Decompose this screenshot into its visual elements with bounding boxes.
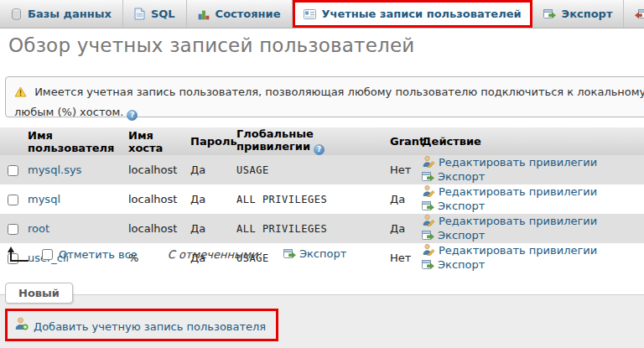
- edit-privileges-icon: [422, 246, 435, 258]
- grant-cell: Нет: [390, 243, 422, 273]
- tab-sql[interactable]: SQL: [123, 0, 187, 28]
- warning-box: Имеется учетная запись пользователя, поз…: [5, 76, 644, 117]
- sql-icon: [134, 8, 145, 20]
- privileges-cell: USAGE: [236, 155, 390, 184]
- header-global-privileges-label: Глобальные привилегии: [236, 127, 314, 153]
- password-cell: Да: [190, 214, 236, 243]
- export-row-link[interactable]: Экспорт: [422, 258, 485, 271]
- privileges-cell: ALL PRIVILEGES: [236, 184, 390, 214]
- edit-privileges-label: Редактировать привилегии: [439, 156, 597, 169]
- export-row-label: Экспорт: [438, 229, 485, 242]
- header-action: Действие: [422, 127, 644, 155]
- header-checkbox-spacer: [0, 127, 28, 155]
- export-icon: [422, 201, 434, 214]
- page-title: Обзор учетных записей пользователей: [8, 34, 414, 56]
- username-link[interactable]: mysql: [28, 193, 60, 205]
- privileges-cell: ALL PRIVILEGES: [236, 214, 390, 243]
- header-hostname: Имя хоста: [128, 127, 190, 155]
- export-row-link[interactable]: Экспорт: [422, 200, 485, 212]
- table-row: mysql.sys localhost Да USAGE Нет Редакти…: [0, 155, 644, 184]
- edit-privileges-link[interactable]: Редактировать привилегии: [422, 215, 597, 227]
- tab-import[interactable]: Импорт: [624, 0, 644, 28]
- hostname-cell: localhost: [128, 155, 190, 184]
- tab-databases[interactable]: Базы данных: [0, 0, 123, 28]
- check-all-checkbox[interactable]: [42, 249, 53, 260]
- tab-status[interactable]: Состояние: [187, 0, 293, 28]
- export-icon: [283, 249, 296, 262]
- export-row-label: Экспорт: [438, 200, 485, 212]
- row-checkbox[interactable]: [8, 224, 18, 235]
- table-row: root localhost Да ALL PRIVILEGES Да Реда…: [0, 214, 644, 243]
- header-global-privileges: Глобальные привилегии?: [236, 127, 390, 155]
- edit-privileges-link[interactable]: Редактировать привилегии: [422, 185, 597, 198]
- export-icon: [422, 260, 434, 273]
- hostname-cell: localhost: [128, 184, 190, 214]
- hostname-cell: localhost: [128, 214, 190, 243]
- check-all-arrow-icon: [7, 247, 30, 262]
- user-accounts-icon: [304, 9, 316, 19]
- export-icon: [543, 8, 556, 19]
- username-link[interactable]: root: [28, 222, 49, 235]
- table-header-row: Имя пользователя Имя хоста Пароль Глобал…: [0, 127, 644, 155]
- top-tabbar: Базы данных SQL Состояние Учетные записи…: [0, 0, 644, 29]
- edit-privileges-icon: [422, 187, 435, 200]
- export-selected-link[interactable]: Экспорт: [283, 247, 346, 262]
- edit-privileges-link[interactable]: Редактировать привилегии: [422, 244, 597, 257]
- edit-privileges-label: Редактировать привилегии: [439, 185, 597, 198]
- export-icon: [422, 231, 434, 243]
- grant-cell: Да: [390, 214, 422, 243]
- annotation-box-add-user: Добавить учетную запись пользователя: [5, 309, 278, 341]
- edit-privileges-icon: [422, 216, 435, 229]
- tab-label: SQL: [151, 8, 175, 20]
- grant-cell: Нет: [390, 155, 422, 184]
- header-username: Имя пользователя: [28, 127, 128, 155]
- export-row-label: Экспорт: [438, 170, 485, 183]
- table-row: mysql localhost Да ALL PRIVILEGES Да Ред…: [0, 184, 644, 214]
- add-user-icon: [14, 317, 29, 330]
- table-footer-controls: Отметить все С отмеченными: Экспорт: [7, 244, 346, 264]
- tab-label: Учетные записи пользователей: [322, 8, 522, 20]
- edit-privileges-link[interactable]: Редактировать привилегии: [422, 156, 597, 169]
- status-chart-icon: [198, 8, 210, 20]
- warning-text-line2: любым (%) хостом.: [14, 106, 123, 118]
- header-password: Пароль: [190, 127, 236, 155]
- export-row-label: Экспорт: [438, 258, 485, 271]
- warning-icon: [14, 87, 30, 100]
- username-link[interactable]: mysql.sys: [28, 164, 81, 176]
- edit-privileges-label: Редактировать привилегии: [439, 215, 597, 227]
- with-selected-label: С отмеченными:: [168, 248, 262, 261]
- header-grant: Grant: [390, 127, 422, 155]
- edit-privileges-label: Редактировать привилегии: [439, 244, 597, 257]
- tab-label: Состояние: [216, 8, 281, 20]
- tab-label: Экспорт: [562, 8, 613, 20]
- export-row-link[interactable]: Экспорт: [422, 229, 485, 242]
- database-icon: [11, 8, 22, 20]
- password-cell: Да: [190, 184, 236, 214]
- row-checkbox[interactable]: [8, 165, 18, 176]
- tab-user-accounts[interactable]: Учетные записи пользователей: [293, 0, 532, 28]
- add-user-link[interactable]: Добавить учетную запись пользователя: [14, 317, 266, 333]
- add-user-label: Добавить учетную запись пользователя: [34, 320, 266, 333]
- tab-label: Базы данных: [28, 8, 112, 20]
- export-icon: [422, 172, 434, 184]
- warning-text-line1: Имеется учетная запись пользователя, поз…: [34, 86, 644, 98]
- edit-privileges-icon: [422, 158, 435, 170]
- tab-export[interactable]: Экспорт: [532, 0, 625, 28]
- row-checkbox[interactable]: [8, 195, 18, 205]
- help-icon[interactable]: ?: [314, 144, 325, 155]
- new-section-legend: Новый: [5, 283, 73, 304]
- grant-cell: Да: [390, 184, 422, 214]
- import-icon: [635, 8, 644, 19]
- help-icon[interactable]: ?: [127, 110, 138, 121]
- export-selected-label: Экспорт: [299, 247, 346, 260]
- check-all-link[interactable]: Отметить все: [59, 248, 138, 261]
- password-cell: Да: [190, 155, 236, 184]
- export-row-link[interactable]: Экспорт: [422, 170, 485, 183]
